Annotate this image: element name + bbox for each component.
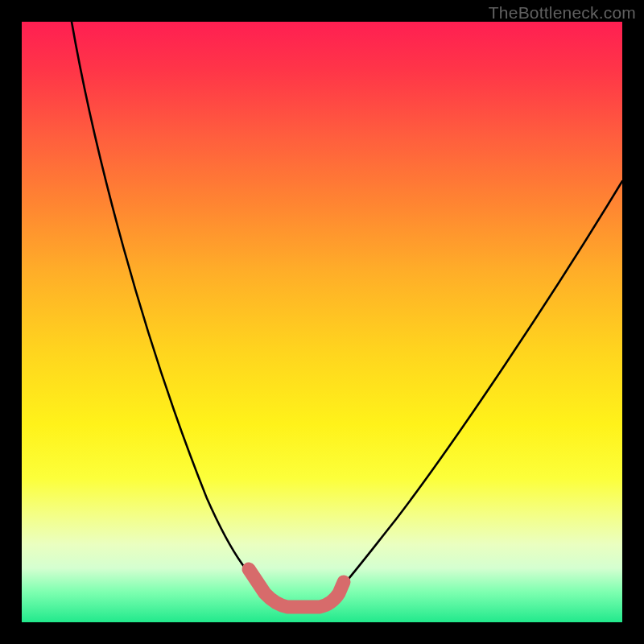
right-curve	[329, 181, 622, 601]
plot-area	[22, 22, 622, 622]
chart-frame: TheBottleneck.com	[0, 0, 644, 644]
watermark-text: TheBottleneck.com	[489, 3, 636, 23]
curve-layer	[22, 22, 622, 622]
trough-marker	[249, 569, 344, 607]
left-curve	[72, 22, 284, 605]
